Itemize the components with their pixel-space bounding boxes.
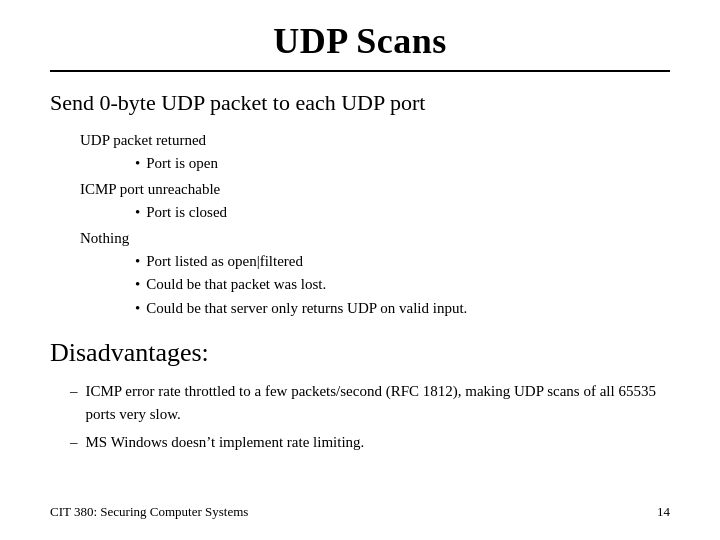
section-heading: Send 0-byte UDP packet to each UDP port (50, 86, 670, 119)
bullet-text: Could be that packet was lost. (146, 273, 326, 296)
list-item: • Port listed as open|filtered (135, 250, 670, 273)
dash-icon: – (70, 431, 78, 454)
nothing-bullets: • Port listed as open|filtered • Could b… (135, 250, 670, 320)
list-item: • Could be that packet was lost. (135, 273, 670, 296)
bullet-text: Could be that server only returns UDP on… (146, 297, 467, 320)
udp-bullets: • Port is open (135, 152, 670, 175)
disadvantage-text-2: MS Windows doesn’t implement rate limiti… (86, 431, 365, 454)
dash-icon: – (70, 380, 78, 403)
title-divider (50, 70, 670, 72)
footer-course: CIT 380: Securing Computer Systems (50, 504, 248, 520)
subsection-label-nothing: Nothing (80, 227, 670, 250)
bullet-text: Port listed as open|filtered (146, 250, 303, 273)
slide: UDP Scans Send 0-byte UDP packet to each… (0, 0, 720, 540)
slide-footer: CIT 380: Securing Computer Systems 14 (50, 494, 670, 520)
slide-title: UDP Scans (50, 20, 670, 62)
disadvantages-heading: Disadvantages: (50, 333, 670, 372)
list-item: • Could be that server only returns UDP … (135, 297, 670, 320)
disadvantage-item-1: – ICMP error rate throttled to a few pac… (70, 380, 670, 425)
bullet-icon: • (135, 250, 140, 273)
bullet-icon: • (135, 201, 140, 224)
subsection-nothing: Nothing • Port listed as open|filtered •… (80, 227, 670, 319)
icmp-bullets: • Port is closed (135, 201, 670, 224)
bullet-icon: • (135, 152, 140, 175)
bullet-text: Port is closed (146, 201, 227, 224)
slide-content: Send 0-byte UDP packet to each UDP port … (50, 86, 670, 494)
bullet-icon: • (135, 273, 140, 296)
list-item: • Port is open (135, 152, 670, 175)
list-item: • Port is closed (135, 201, 670, 224)
subsection-label-udp: UDP packet returned (80, 129, 670, 152)
bullet-icon: • (135, 297, 140, 320)
disadvantage-text-1: ICMP error rate throttled to a few packe… (86, 380, 671, 425)
disadvantage-item-2: – MS Windows doesn’t implement rate limi… (70, 431, 670, 454)
subsection-label-icmp: ICMP port unreachable (80, 178, 670, 201)
subsection-udp-returned: UDP packet returned • Port is open (80, 129, 670, 174)
footer-page: 14 (657, 504, 670, 520)
subsection-icmp: ICMP port unreachable • Port is closed (80, 178, 670, 223)
bullet-text: Port is open (146, 152, 218, 175)
